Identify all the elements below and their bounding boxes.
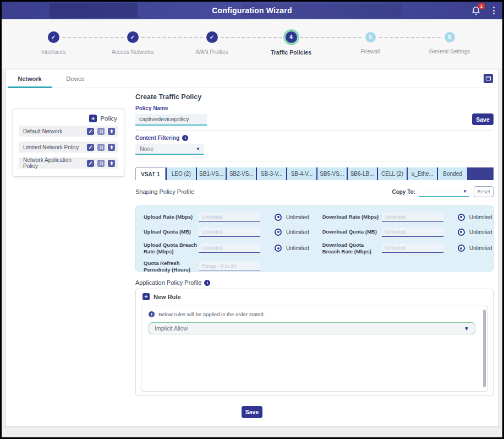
new-rule-button[interactable]: + New Rule <box>136 289 493 303</box>
step-firewall[interactable]: 5 Firewall <box>329 31 412 55</box>
wan-tab[interactable]: LEO (2) <box>166 167 196 180</box>
page-footer-strip <box>2 427 502 437</box>
policy-name: Network Application Policy <box>23 157 87 169</box>
copy-policy-button[interactable] <box>97 128 105 135</box>
wan-tab[interactable]: u_Ethe... <box>407 167 437 180</box>
redacted-logo-area <box>50 3 138 18</box>
delete-policy-button[interactable] <box>108 128 115 135</box>
radio-label: Unlimited <box>469 229 492 235</box>
policy-name-label: Policy Name <box>135 105 494 111</box>
info-icon: i <box>149 311 155 317</box>
wan-tab-bar: VSAT 1 LEO (2) SB1-VS... SB2-VS... SB-3-… <box>135 167 494 180</box>
quota-refresh-input[interactable] <box>199 262 260 271</box>
save-policy-button[interactable]: Save <box>472 113 494 125</box>
content-filtering-text: Content Filtering <box>135 135 179 141</box>
info-icon[interactable]: i <box>182 135 188 141</box>
wan-tab[interactable]: SB-4-V... <box>286 167 316 180</box>
download-rate-label: Download Rate (Mbps) <box>322 214 382 220</box>
step-label: General Settings <box>408 48 491 55</box>
save-page-button[interactable]: Save <box>242 406 262 418</box>
add-policy-button[interactable]: + Policy <box>19 113 118 126</box>
trash-icon <box>109 129 114 133</box>
view-tab-bar: Network Device <box>6 69 498 88</box>
upload-quota-unlimited-radio[interactable]: Unlimited <box>275 229 309 236</box>
download-breach-unlimited-radio[interactable]: Unlimited <box>458 245 492 252</box>
copy-to-select[interactable]: ▼ <box>419 187 469 197</box>
wan-tab-overflow[interactable] <box>467 167 494 180</box>
wan-tab[interactable]: SB6-LB... <box>347 167 377 180</box>
upload-rate-label: Upload Rate (Mbps) <box>144 214 199 220</box>
step-number: 4 <box>286 31 297 43</box>
radio-label: Unlimited <box>469 214 492 220</box>
policy-row[interactable]: Limited Network Policy <box>19 142 118 153</box>
shaping-policy-panel: Upload Rate (Mbps) Unlimited Upload Quot… <box>135 205 494 272</box>
upload-breach-input[interactable] <box>199 243 260 253</box>
delete-policy-button[interactable] <box>108 160 115 167</box>
application-profile-title: Application Policy Profile i <box>135 279 494 286</box>
upload-breach-label: Upload Quota Breach Rate (Mbps) <box>144 242 199 255</box>
step-traffic-policies[interactable]: 4 Traffic Policies <box>250 31 332 56</box>
kebab-menu-icon[interactable] <box>491 6 497 15</box>
edit-policy-button[interactable] <box>87 144 94 151</box>
policy-row[interactable]: Network Application Policy <box>19 158 118 169</box>
tab-network[interactable]: Network <box>8 69 52 88</box>
content-filtering-select[interactable]: None ▼ <box>135 144 204 155</box>
divider <box>135 161 494 161</box>
radio-icon <box>275 214 282 221</box>
wan-tab[interactable]: SB-3-V... <box>256 167 286 180</box>
download-quota-unlimited-radio[interactable]: Unlimited <box>458 229 492 236</box>
wan-tab[interactable]: SB1-VS... <box>196 167 226 180</box>
content-filtering-value: None <box>140 145 154 152</box>
step-label: Traffic Policies <box>250 49 332 56</box>
tab-device[interactable]: Device <box>53 69 97 88</box>
popout-panel-button[interactable] <box>484 74 493 83</box>
download-rate-unlimited-radio[interactable]: Unlimited <box>458 214 492 221</box>
copy-policy-button[interactable] <box>97 160 105 167</box>
policy-row[interactable]: Default Network <box>19 126 118 137</box>
rules-list-container: i Below rules will be applied in the ord… <box>141 306 488 392</box>
step-general-settings[interactable]: 6 General Settings <box>408 31 491 55</box>
copy-icon <box>99 145 103 149</box>
pencil-icon <box>89 161 93 165</box>
vertical-scrollbar[interactable] <box>483 310 486 387</box>
chevron-down-icon: ▼ <box>196 147 200 151</box>
download-breach-input[interactable] <box>382 243 443 253</box>
upload-rate-unlimited-radio[interactable]: Unlimited <box>275 214 309 221</box>
copy-icon <box>99 161 103 165</box>
copy-policy-button[interactable] <box>97 144 105 151</box>
download-breach-label: Download Quota Breach Rate (Mbps) <box>322 242 382 255</box>
step-label: Firewall <box>329 48 412 55</box>
notification-badge: 1 <box>478 3 485 9</box>
edit-policy-button[interactable] <box>87 160 94 167</box>
download-rate-input[interactable] <box>382 213 443 222</box>
step-access-networks[interactable]: ✓ Access Networks <box>91 31 174 55</box>
wan-tab[interactable]: SB2-VS... <box>226 167 256 180</box>
trash-icon <box>109 145 114 149</box>
wan-tab[interactable]: VSAT 1 <box>135 167 166 180</box>
step-interfaces[interactable]: ✓ Interfaces <box>12 31 95 55</box>
info-icon[interactable]: i <box>204 280 210 286</box>
notifications-button[interactable]: 1 <box>471 5 482 16</box>
wan-tab[interactable]: SB5-VS... <box>316 167 347 180</box>
wan-tab[interactable]: CELL (2) <box>377 167 407 180</box>
pencil-icon <box>89 129 93 133</box>
main-panel: Network Device + Policy Default Network <box>6 69 498 427</box>
download-quota-input[interactable] <box>382 227 443 237</box>
shaping-profile-title: Shaping Policy Profile <box>135 188 194 195</box>
configuration-wizard-window: Configuration Wizard 1 ✓ Interfaces ✓ Ac… <box>0 0 504 439</box>
step-check-icon: ✓ <box>48 31 59 43</box>
delete-policy-button[interactable] <box>108 144 115 151</box>
upload-breach-unlimited-radio[interactable]: Unlimited <box>275 245 309 252</box>
reset-button[interactable]: Reset <box>474 186 494 197</box>
upload-quota-input[interactable] <box>199 227 260 237</box>
upload-rate-input[interactable] <box>199 213 260 222</box>
upload-quota-label: Upload Quota (MB) <box>144 229 199 235</box>
step-wan-profiles[interactable]: ✓ WAN Profiles <box>171 31 253 55</box>
add-policy-label: Policy <box>100 115 117 122</box>
edit-policy-button[interactable] <box>87 128 94 135</box>
rule-select[interactable]: Implicit Allow ▼ <box>149 322 475 334</box>
policy-name-input[interactable] <box>135 114 207 126</box>
wan-tab[interactable]: Bonded <box>437 167 467 180</box>
radio-icon <box>458 229 465 236</box>
radio-icon <box>275 229 282 236</box>
